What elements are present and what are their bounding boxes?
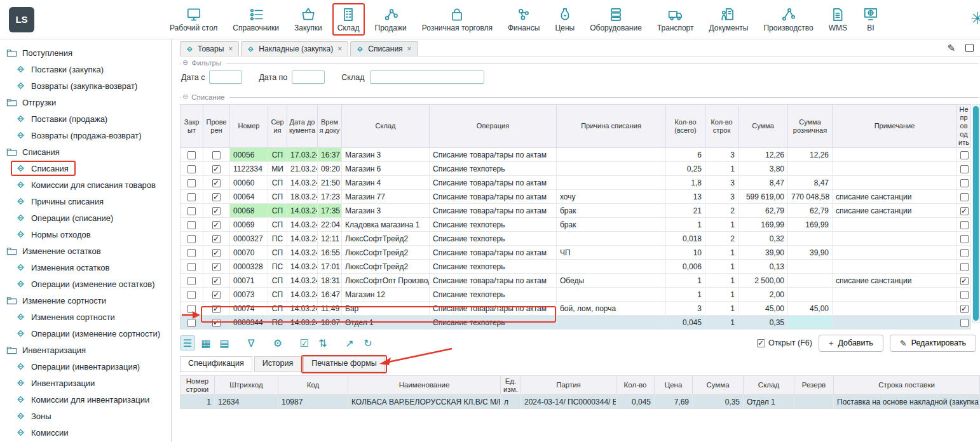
table-row[interactable]: 00074СП14.03.2411:49БарСписание товара/т…	[180, 302, 971, 316]
column-header[interactable]: Кол-во строк	[705, 105, 738, 148]
nav-item[interactable]: Справочники	[229, 4, 282, 34]
checked-checkbox[interactable]	[212, 235, 221, 243]
column-header[interactable]: Номер	[230, 105, 268, 148]
table-row[interactable]: 00064СП18.03.2417:23Магазин 77Списание т…	[180, 190, 971, 204]
table-row[interactable]: 1122334МИ21.03.2409:20Магазин 6Списание …	[180, 162, 971, 176]
checked-checkbox[interactable]	[212, 305, 221, 313]
tab-Накладные (закупка)[interactable]: Накладные (закупка)×	[241, 41, 348, 56]
sidebar-item[interactable]: Возвраты (закупка-возврат)	[0, 77, 171, 94]
table-row[interactable]: 0000344ПС14.03.2418:07Отдел 1Списание те…	[180, 316, 971, 330]
column-header[interactable]: Склад	[342, 105, 430, 148]
nav-item[interactable]: Финансы	[505, 4, 543, 34]
no-post-checkbox[interactable]	[960, 319, 969, 327]
sidebar-item[interactable]: Изменение остатков	[0, 243, 171, 259]
checked-checkbox[interactable]	[212, 263, 221, 271]
nav-item[interactable]: Склад	[334, 4, 363, 34]
column-header[interactable]: Код	[278, 376, 348, 395]
sidebar-item[interactable]: Возвраты (продажа-возврат)	[0, 127, 171, 144]
closed-checkbox[interactable]	[187, 179, 196, 187]
sidebar-item[interactable]: Изменения остатков	[0, 259, 171, 276]
no-post-checkbox[interactable]	[960, 193, 969, 201]
no-post-checkbox[interactable]	[960, 151, 969, 159]
calendar-icon[interactable]: ▤	[217, 335, 232, 351]
column-header[interactable]: Склад	[744, 376, 794, 395]
tab-close-icon[interactable]: ×	[407, 44, 412, 53]
sidebar-item[interactable]: Отгрузки	[0, 94, 171, 110]
no-post-checkbox[interactable]	[960, 263, 969, 271]
column-header[interactable]: Цена	[655, 376, 693, 395]
column-header[interactable]: Серия	[268, 105, 287, 148]
table-row[interactable]: 00068СП14.03.2417:35Магазин 3Списание то…	[180, 204, 971, 218]
closed-checkbox[interactable]	[187, 249, 196, 257]
subtab-Спецификация[interactable]: Спецификация	[180, 356, 252, 372]
vertical-scrollbar[interactable]	[972, 104, 980, 323]
column-header[interactable]: Ед. изм.	[501, 376, 521, 395]
sidebar-item[interactable]: Поступления	[0, 44, 171, 61]
filter-icon[interactable]: ∇	[243, 335, 259, 351]
sidebar-item[interactable]: Инвентаризации	[0, 375, 171, 391]
sidebar-item[interactable]: Зоны	[0, 408, 171, 424]
checked-checkbox[interactable]	[212, 151, 221, 159]
sidebar-item[interactable]: Изменение сортности	[0, 292, 171, 309]
subtab-Печатные формы[interactable]: Печатные формы	[303, 356, 385, 372]
app-logo[interactable]: LS	[9, 7, 34, 32]
closed-checkbox[interactable]	[187, 151, 196, 159]
column-header[interactable]: Закрыт	[180, 105, 203, 148]
closed-checkbox[interactable]	[187, 291, 196, 299]
collapse-icon[interactable]: ⊖	[182, 93, 188, 101]
sidebar-item[interactable]: Операции (изменение остатков)	[0, 276, 171, 292]
column-header[interactable]: Время доку	[318, 105, 342, 148]
nav-item[interactable]: Оборудование	[587, 4, 645, 34]
checked-checkbox[interactable]	[212, 221, 221, 229]
date-to-input[interactable]	[292, 70, 325, 84]
closed-checkbox[interactable]	[187, 305, 196, 313]
no-post-checkbox[interactable]	[960, 207, 969, 215]
no-post-checkbox[interactable]	[960, 179, 969, 187]
table-row[interactable]: 0000327ПС14.03.2412:11ЛюксСофтТрейд2Спис…	[180, 232, 971, 246]
table-row[interactable]: 00071СП14.03.2418:31ЛюксСофтОпт Производ…	[180, 274, 971, 288]
closed-checkbox[interactable]	[187, 193, 196, 201]
nav-item[interactable]: BI	[859, 4, 882, 34]
nav-item[interactable]: Документы	[706, 4, 752, 34]
nav-item[interactable]: Цены	[552, 4, 578, 34]
open-f6-checkbox-box[interactable]	[757, 339, 765, 347]
refresh-icon[interactable]: ↻	[360, 335, 376, 351]
column-header[interactable]: Штрихкод	[215, 376, 278, 395]
nav-item[interactable]: Рабочий стол	[167, 4, 221, 34]
checked-checkbox[interactable]	[212, 249, 221, 257]
no-post-checkbox[interactable]	[960, 291, 969, 299]
nav-item[interactable]: Производство	[760, 4, 816, 34]
column-header[interactable]: Причина списания	[557, 105, 666, 148]
grid-view-icon[interactable]: ▦	[198, 335, 214, 351]
nav-item[interactable]: Продажи	[372, 4, 410, 34]
table-row[interactable]: 00056СП17.03.2416:37Магазин 3Списание то…	[180, 148, 971, 162]
column-header[interactable]: Номер строки	[180, 376, 215, 395]
no-post-checkbox[interactable]	[960, 221, 969, 229]
no-post-checkbox[interactable]	[960, 305, 969, 313]
column-header[interactable]: Операция	[430, 105, 557, 148]
table-row[interactable]: 00070СП14.03.2416:55ЛюксСофтТрейд2Списан…	[180, 246, 971, 260]
sidebar-item[interactable]: Списания	[0, 160, 171, 177]
sidebar-item[interactable]: Поставки (продажа)	[0, 110, 171, 127]
tab-Списания[interactable]: Списания×	[350, 41, 418, 56]
edit-button[interactable]: ✎ Редактировать	[890, 335, 976, 352]
warehouse-filter-input[interactable]	[370, 70, 484, 84]
closed-checkbox[interactable]	[187, 319, 196, 327]
table-row[interactable]: 11263410987КОЛБАСА ВАР.БЕЛОРУССКАЯ КЛ.В/…	[180, 395, 980, 409]
date-from-input[interactable]	[209, 70, 242, 84]
list-view-icon[interactable]: ☰	[180, 335, 195, 351]
sidebar-item[interactable]: Нормы отходов	[0, 226, 171, 243]
checked-checkbox[interactable]	[212, 179, 221, 187]
sidebar-item[interactable]: Изменения сортности	[0, 309, 171, 325]
sidebar-item[interactable]: Причины списания	[0, 193, 171, 210]
closed-checkbox[interactable]	[187, 207, 196, 215]
nav-item[interactable]: Закупки	[291, 4, 325, 34]
column-header[interactable]: Не проводить	[957, 105, 971, 148]
closed-checkbox[interactable]	[187, 277, 196, 285]
add-button[interactable]: + Добавить	[819, 335, 883, 352]
tab-close-icon[interactable]: ×	[337, 44, 342, 53]
no-post-checkbox[interactable]	[960, 249, 969, 257]
sort-icon[interactable]: ⇅	[315, 335, 330, 351]
checked-checkbox[interactable]	[212, 291, 221, 299]
closed-checkbox[interactable]	[187, 235, 196, 243]
